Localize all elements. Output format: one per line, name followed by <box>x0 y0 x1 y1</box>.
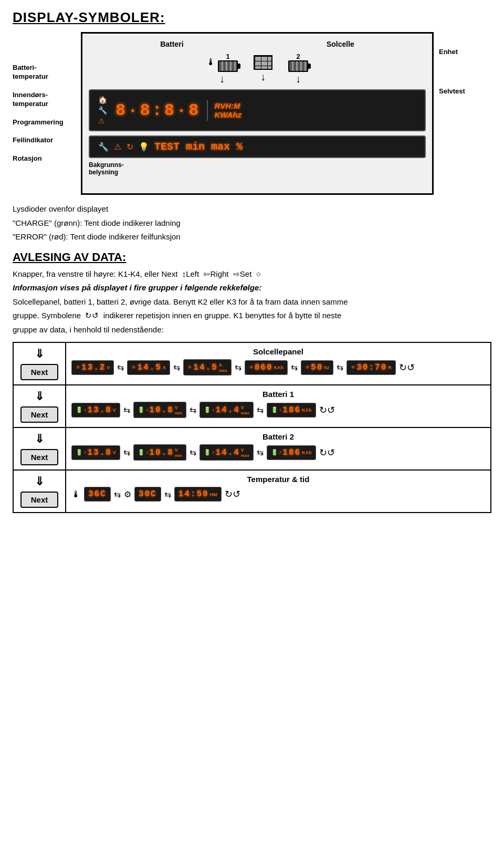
sol-unit-2: A <box>163 365 166 370</box>
bat2-icon-1: 🔋 <box>76 449 83 456</box>
right-labels: Enhet Selvtest <box>439 32 491 95</box>
wrench-sym-icon: 🔧 <box>98 142 109 152</box>
avlesing-line1: Solcellepanel, batteri 1, batteri 2, øvr… <box>13 296 491 308</box>
solcelle-displays: ✳ 13.2 V ⇆ ✳ 14.5 A ⇆ ✳ 14.5 Amax <box>71 359 485 375</box>
display-sol-6: ✳ 30:70 R <box>346 360 396 375</box>
bat2-unit-4: KAh <box>302 450 312 455</box>
arrow-down-bat1: ↓ <box>219 73 225 85</box>
diagram-notes: Lysdioder ovenfor displayet "CHARGE" (gr… <box>13 203 491 243</box>
thermometer-small-icon: 🌡 <box>71 489 81 500</box>
bat1-unit-1: V <box>113 408 116 413</box>
rotate-arrows-sol: ↻↺ <box>399 362 415 373</box>
arrow-bat2-2: ⇆ <box>190 447 196 457</box>
arrow-sol-4: ⇆ <box>291 362 298 372</box>
label-batteri: Batteri <box>160 40 183 48</box>
bat2-val-4: 186 <box>282 448 301 457</box>
sol-val-1: 13.2 <box>81 363 106 372</box>
arrow-bat1-3: ⇆ <box>257 405 264 415</box>
diagram-top-labels: Batteri Solcelle <box>89 40 426 48</box>
next-cell-temp: ⇓ Next <box>14 471 66 512</box>
temp-val-2: 30C <box>139 489 157 499</box>
label-enhet: Enhet <box>439 48 458 56</box>
page-title: DISPLAY-SYMBOLER: <box>13 9 491 26</box>
sol-icon-1: ✳ <box>76 364 80 371</box>
temp-val-1: 36C <box>88 489 107 499</box>
bat2-unit-1: V <box>113 450 116 455</box>
sol-val-4: 860 <box>255 363 273 372</box>
display-bat2-3: 🔋 2 14.4 Vmax <box>200 444 254 461</box>
rotate-arrows-bat1: ↻↺ <box>319 404 335 416</box>
arrow-down-bat2: ↓ <box>296 73 301 85</box>
bat1-icon-1: 🔋 <box>76 406 83 413</box>
lcd-main-display: 🏠 🔧 ⚠ 8·8:8·8 RVH:M KWAhz <box>89 89 426 131</box>
next-button-batteri1[interactable]: Next <box>20 406 59 423</box>
avlesing-line2: gruppe. Symbolene ↻↺ indikerer repetisjo… <box>13 310 491 322</box>
group-content-batteri2: Batteri 2 🔋 2 13.8 V ⇆ 🔋 2 10.8 Vmin ⇆ <box>66 428 490 469</box>
arrow-sol-5: ⇆ <box>337 362 343 372</box>
display-sol-5: ✳ 50 hz <box>301 360 333 375</box>
group-content-temp: Temperatur & tid 🌡 36C ⇆ ⚙ 30C ⇆ 14:59 H… <box>66 471 490 512</box>
arrow-sol-1: ⇆ <box>117 362 124 372</box>
bat2-unit-2: Vmin <box>175 447 182 458</box>
rotate-arrows-temp: ↻↺ <box>225 488 240 500</box>
next-arrow-batteri1: ⇓ <box>35 390 44 403</box>
warning-icon: ⚠ <box>98 117 107 125</box>
sol-unit-4: KAh <box>274 365 284 370</box>
label-innendors-temp: Innendørs-temperatur <box>13 91 76 109</box>
next-cell-batteri1: ⇓ Next <box>14 385 66 427</box>
group-row-solcelle: ⇓ Next Solcellepanel ✳ 13.2 V ⇆ ✳ 14.5 A <box>14 343 490 385</box>
next-button-batteri2[interactable]: Next <box>20 449 59 465</box>
lcd-symbols-display: 🔧 ⚠ ↻ 💡 TEST min max % <box>89 135 426 158</box>
group-content-batteri1: Batteri 1 🔋 1 13.8 V ⇆ 🔋 1 10.8 Vmin ⇆ <box>66 385 490 427</box>
display-temp-2: 30C <box>134 487 161 502</box>
display-temp-1: 36C <box>84 487 111 502</box>
next-cell-solcelle: ⇓ Next <box>14 343 66 384</box>
display-bat2-4: 🔋 2 186 KAh <box>267 445 316 460</box>
section2-title: AVLESING AV DATA: <box>13 250 491 264</box>
house-icon: 🏠 <box>98 96 107 104</box>
rotate-sym-icon: ↻ <box>127 142 133 152</box>
note-charge: "CHARGE" (grønn): Tent diode indikerer l… <box>13 217 491 229</box>
bat2-icon-2: 🔋 <box>138 449 145 456</box>
arrow-bat2-3: ⇆ <box>257 447 264 457</box>
lcd-digits: 8·8:8·8 <box>116 101 201 120</box>
diagram-center: Batteri Solcelle 🌡 1 ↓ <box>81 32 434 195</box>
next-cell-batteri2: ⇓ Next <box>14 428 66 469</box>
batteri2-displays: 🔋 2 13.8 V ⇆ 🔋 2 10.8 Vmin ⇆ 🔋 2 <box>71 444 485 461</box>
group-title-batteri2: Batteri 2 <box>71 432 485 441</box>
bat1-val-3: 14.4 <box>215 405 239 415</box>
sol-unit-6: R <box>388 365 392 370</box>
display-bat1-2: 🔋 1 10.8 Vmin <box>133 402 186 418</box>
sol-unit-5: hz <box>324 365 329 370</box>
sol-icon-4: ✳ <box>249 364 254 371</box>
sol-icon-3: ✳ <box>187 364 192 371</box>
label-batteri-temp: Batteri-temperatur <box>13 64 76 81</box>
arrow-sol-2: ⇆ <box>173 362 180 372</box>
arrow-down-solar: ↓ <box>260 71 266 83</box>
bat2-icon-4: 🔋 <box>271 449 278 456</box>
next-arrow-temp: ⇓ <box>35 475 44 488</box>
label-selvtest: Selvtest <box>439 87 465 95</box>
display-bat2-2: 🔋 2 10.8 Vmin <box>133 444 186 461</box>
temp-displays: 🌡 36C ⇆ ⚙ 30C ⇆ 14:59 HM ↻↺ <box>71 487 485 502</box>
next-button-solcelle[interactable]: Next <box>20 364 59 380</box>
avlesing-line3: gruppe av data, i henhold til nedenståen… <box>13 324 491 336</box>
next-button-temp[interactable]: Next <box>20 492 59 508</box>
display-temp-3: 14:59 HM <box>174 487 222 502</box>
bulb-sym-icon: 💡 <box>139 142 149 152</box>
avlesing-text: Knapper, fra venstre til høyre: K1-K4, e… <box>13 268 491 336</box>
next-arrow-batteri2: ⇓ <box>35 432 44 446</box>
sol-unit-1: V <box>107 365 110 370</box>
group-content-solcelle: Solcellepanel ✳ 13.2 V ⇆ ✳ 14.5 A ⇆ <box>66 343 490 384</box>
display-sol-2: ✳ 14.5 A <box>127 360 170 375</box>
avlesing-bold: Informasjon vises på displayet i fire gr… <box>13 282 491 294</box>
next-arrow-solcelle: ⇓ <box>35 347 44 361</box>
bat1-unit-2: Vmin <box>175 405 182 415</box>
group-row-temp: ⇓ Next Temperatur & tid 🌡 36C ⇆ ⚙ 30C ⇆ <box>14 471 490 512</box>
sol-icon-2: ✳ <box>131 364 136 371</box>
bat1-unit-4: KAh <box>302 408 312 413</box>
label-programmering: Programmering <box>13 118 76 127</box>
left-labels: Batteri-temperatur Innendørs-temperatur … <box>13 32 76 173</box>
bat1-val-1: 13.8 <box>87 405 111 415</box>
temp-val-3: 14:59 <box>178 489 209 499</box>
